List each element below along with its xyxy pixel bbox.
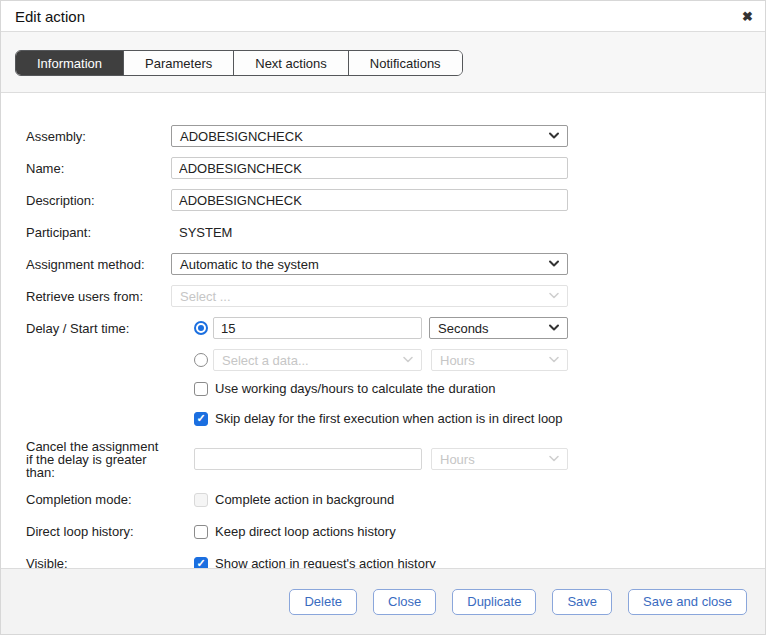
assignment-method-value: Automatic to the system bbox=[180, 257, 319, 272]
close-icon[interactable]: ✖ bbox=[742, 10, 753, 23]
tab-parameters[interactable]: Parameters bbox=[124, 51, 234, 75]
save-and-close-button[interactable]: Save and close bbox=[628, 589, 747, 615]
dialog-title: Edit action bbox=[15, 8, 85, 25]
delay-data-unit-select: Hours bbox=[431, 349, 568, 371]
participant-row: Participant: SYSTEM bbox=[1, 221, 765, 243]
name-label: Name: bbox=[1, 162, 171, 175]
working-days-checkbox[interactable] bbox=[194, 382, 208, 396]
description-input[interactable] bbox=[171, 189, 568, 211]
chevron-down-icon bbox=[548, 260, 560, 268]
completion-mode-checkbox-label: Complete action in background bbox=[215, 492, 394, 507]
cancel-delay-input[interactable] bbox=[194, 448, 422, 470]
delay-fixed-row: Delay / Start time: Seconds bbox=[1, 317, 765, 339]
direct-loop-history-row: Direct loop history: Keep direct loop ac… bbox=[1, 524, 765, 539]
description-row: Description: bbox=[1, 189, 765, 211]
participant-label: Participant: bbox=[1, 226, 171, 239]
name-input[interactable] bbox=[171, 157, 568, 179]
delay-value-input[interactable] bbox=[213, 317, 422, 339]
edit-action-dialog: Edit action ✖ Information Parameters Nex… bbox=[0, 0, 766, 635]
tab-next-actions[interactable]: Next actions bbox=[234, 51, 349, 75]
tab-band: Information Parameters Next actions Noti… bbox=[1, 31, 765, 93]
cancel-delay-unit-select: Hours bbox=[431, 448, 568, 470]
dialog-header: Edit action ✖ bbox=[1, 1, 765, 31]
direct-loop-history-checkbox-label: Keep direct loop actions history bbox=[215, 524, 396, 539]
chevron-down-icon bbox=[548, 132, 560, 140]
tab-notifications[interactable]: Notifications bbox=[349, 51, 462, 75]
duplicate-button[interactable]: Duplicate bbox=[452, 589, 536, 615]
delay-fixed-radio[interactable] bbox=[194, 321, 208, 335]
close-button[interactable]: Close bbox=[373, 589, 436, 615]
delay-data-placeholder: Select a data... bbox=[222, 353, 309, 368]
direct-loop-history-checkbox[interactable] bbox=[194, 525, 208, 539]
delay-unit-select[interactable]: Seconds bbox=[429, 317, 568, 339]
completion-mode-checkbox bbox=[194, 493, 208, 507]
cancel-delay-unit-value: Hours bbox=[440, 452, 475, 467]
delay-data-select: Select a data... bbox=[213, 349, 422, 371]
delay-unit-value: Seconds bbox=[438, 321, 489, 336]
completion-mode-row: Completion mode: Complete action in back… bbox=[1, 492, 765, 507]
assembly-label: Assembly: bbox=[1, 130, 171, 143]
tab-group: Information Parameters Next actions Noti… bbox=[15, 50, 463, 76]
chevron-down-icon bbox=[548, 455, 560, 463]
assignment-method-select[interactable]: Automatic to the system bbox=[171, 253, 568, 275]
delay-data-radio[interactable] bbox=[194, 353, 208, 367]
delete-button[interactable]: Delete bbox=[289, 589, 357, 615]
chevron-down-icon bbox=[402, 356, 414, 364]
assembly-value: ADOBESIGNCHECK bbox=[180, 129, 303, 144]
save-button[interactable]: Save bbox=[552, 589, 612, 615]
completion-mode-label: Completion mode: bbox=[1, 493, 171, 506]
cancel-assignment-row: Cancel the assignment if the delay is gr… bbox=[1, 446, 765, 472]
skip-delay-checkbox[interactable]: ✓ bbox=[194, 412, 208, 426]
retrieve-users-select: Select ... bbox=[171, 285, 568, 307]
working-days-row: Use working days/hours to calculate the … bbox=[1, 381, 765, 396]
dialog-footer: Delete Close Duplicate Save Save and clo… bbox=[1, 568, 765, 634]
participant-value: SYSTEM bbox=[179, 225, 232, 240]
retrieve-users-placeholder: Select ... bbox=[180, 289, 231, 304]
retrieve-users-row: Retrieve users from: Select ... bbox=[1, 285, 765, 307]
delay-data-row: Select a data... Hours bbox=[1, 349, 765, 371]
assignment-method-row: Assignment method: Automatic to the syst… bbox=[1, 253, 765, 275]
retrieve-users-label: Retrieve users from: bbox=[1, 290, 171, 303]
chevron-down-icon bbox=[548, 324, 560, 332]
chevron-down-icon bbox=[548, 292, 560, 300]
tab-information[interactable]: Information bbox=[16, 51, 124, 75]
name-row: Name: bbox=[1, 157, 765, 179]
information-form: Assembly: ADOBESIGNCHECK Name: Descripti… bbox=[1, 93, 765, 571]
cancel-assignment-label: Cancel the assignment if the delay is gr… bbox=[1, 440, 171, 479]
delay-label: Delay / Start time: bbox=[1, 322, 171, 335]
description-label: Description: bbox=[1, 194, 171, 207]
assembly-select[interactable]: ADOBESIGNCHECK bbox=[171, 125, 568, 147]
skip-delay-row: ✓ Skip delay for the first execution whe… bbox=[1, 411, 765, 426]
direct-loop-history-label: Direct loop history: bbox=[1, 525, 171, 538]
chevron-down-icon bbox=[548, 356, 560, 364]
delay-data-unit-value: Hours bbox=[440, 353, 475, 368]
working-days-label: Use working days/hours to calculate the … bbox=[215, 381, 495, 396]
assembly-row: Assembly: ADOBESIGNCHECK bbox=[1, 125, 765, 147]
assignment-method-label: Assignment method: bbox=[1, 258, 171, 271]
skip-delay-label: Skip delay for the first execution when … bbox=[215, 411, 563, 426]
